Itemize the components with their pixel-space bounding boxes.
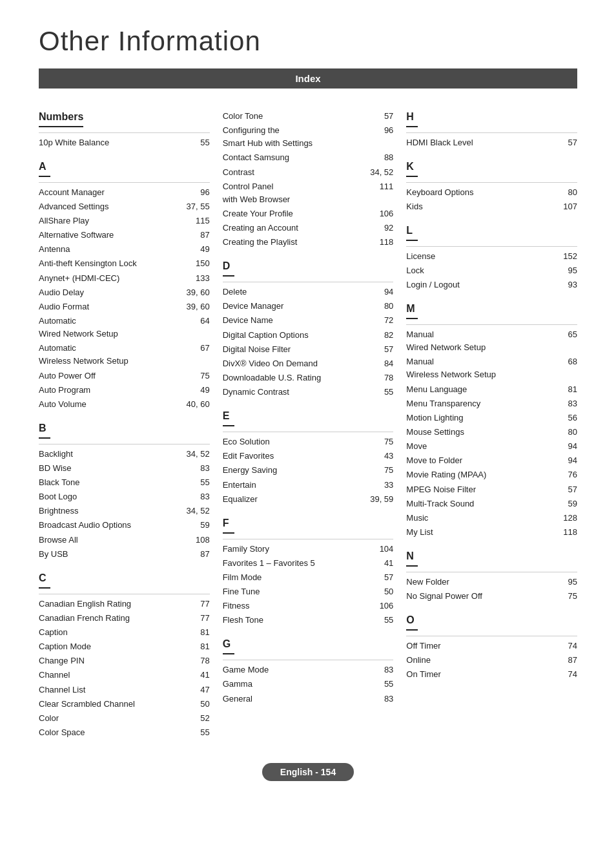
section-letter-O: O bbox=[406, 612, 418, 631]
index-entry: Boot Logo83 bbox=[39, 490, 210, 504]
index-entry: Login / Logout93 bbox=[406, 278, 577, 292]
entry-page: 87 bbox=[179, 548, 210, 561]
entry-term: Entertain bbox=[223, 479, 363, 492]
entry-term: Account Manager bbox=[39, 186, 179, 199]
index-entry: Audio Format39, 60 bbox=[39, 300, 210, 314]
section-letter-N: N bbox=[406, 548, 418, 567]
entry-page: 59 bbox=[179, 519, 210, 532]
entry-term: No Signal Power Off bbox=[406, 590, 546, 603]
entry-page: 106 bbox=[362, 600, 393, 612]
entry-term: Canadian French Rating bbox=[39, 612, 179, 625]
entry-page: 43 bbox=[362, 450, 393, 463]
index-entry: Account Manager96 bbox=[39, 185, 210, 200]
entry-term: AllShare Play bbox=[39, 214, 179, 227]
index-entry: Keyboard Options80 bbox=[406, 185, 577, 200]
index-entry: On Timer74 bbox=[406, 667, 577, 682]
entry-page: 40, 60 bbox=[179, 398, 210, 411]
entry-page: 72 bbox=[362, 314, 393, 327]
entry-term: Clear Scrambled Channel bbox=[39, 698, 179, 711]
entry-term: Lock bbox=[406, 264, 546, 277]
entry-page: 152 bbox=[546, 250, 577, 263]
index-entry: Family Story104 bbox=[223, 542, 394, 556]
entry-page: 115 bbox=[179, 214, 210, 227]
entry-page: 81 bbox=[179, 626, 210, 639]
entry-page: 39, 60 bbox=[179, 286, 210, 299]
index-entry: Auto Program49 bbox=[39, 383, 210, 397]
entry-page: 83 bbox=[362, 693, 393, 705]
index-entry: Menu Transparency83 bbox=[406, 397, 577, 411]
index-entry: AutomaticWireless Network Setup67 bbox=[39, 341, 210, 368]
entry-term: ManualWireless Network Setup bbox=[406, 355, 546, 381]
entry-term: Online bbox=[406, 654, 546, 667]
index-entry: Color Tone57 bbox=[223, 109, 394, 123]
entry-page: 150 bbox=[179, 257, 210, 270]
entry-page: 83 bbox=[362, 663, 393, 676]
index-entry: Kids107 bbox=[406, 200, 577, 214]
entry-term: Broadcast Audio Options bbox=[39, 519, 179, 532]
entry-term: HDMI Black Level bbox=[406, 136, 546, 149]
entry-term: Create Your Profile bbox=[223, 207, 363, 220]
entry-page: 75 bbox=[362, 464, 393, 477]
index-entry: Menu Language81 bbox=[406, 382, 577, 397]
entry-term: Motion Lighting bbox=[406, 412, 546, 424]
index-entry: Anti-theft Kensington Lock150 bbox=[39, 256, 210, 271]
section-letter-C: C bbox=[39, 570, 50, 589]
entry-term: Contact Samsung bbox=[223, 151, 363, 164]
index-entry: AllShare Play115 bbox=[39, 214, 210, 228]
entry-term: Brightness bbox=[39, 505, 179, 517]
entry-term: Creating the Playlist bbox=[223, 236, 363, 249]
entry-page: 41 bbox=[362, 557, 393, 570]
index-entry: By USB87 bbox=[39, 547, 210, 561]
entry-term: Gamma bbox=[223, 678, 363, 691]
entry-term: BD Wise bbox=[39, 462, 179, 475]
entry-page: 82 bbox=[362, 329, 393, 342]
index-entry: Black Tone55 bbox=[39, 475, 210, 490]
index-entry: Color Space55 bbox=[39, 726, 210, 740]
entry-term: Antenna bbox=[39, 243, 179, 256]
index-entry: Caption Mode81 bbox=[39, 640, 210, 654]
index-col-0: Numbers10p White Balance55AAccount Manag… bbox=[39, 100, 216, 740]
entry-page: 37, 55 bbox=[179, 200, 210, 213]
entry-term: 10p White Balance bbox=[39, 136, 179, 149]
entry-term: Audio Format bbox=[39, 300, 179, 313]
section-letter-M: M bbox=[406, 301, 418, 319]
entry-term: Digital Noise Filter bbox=[223, 343, 363, 356]
entry-term: Change PIN bbox=[39, 654, 179, 667]
index-entry: 10p White Balance55 bbox=[39, 136, 210, 150]
entry-term: Anynet+ (HDMI-CEC) bbox=[39, 272, 179, 285]
section-letter-H: H bbox=[406, 109, 418, 127]
index-entry: DivX® Video On Demand84 bbox=[223, 357, 394, 371]
index-entry: ManualWired Network Setup65 bbox=[406, 328, 577, 355]
index-entry: Clear Scrambled Channel50 bbox=[39, 697, 210, 711]
entry-term: Menu Language bbox=[406, 383, 546, 396]
entry-page: 111 bbox=[362, 180, 393, 193]
index-entry: Channel41 bbox=[39, 668, 210, 682]
entry-page: 96 bbox=[179, 186, 210, 199]
entry-term: Off Timer bbox=[406, 640, 546, 653]
index-entry: Auto Power Off75 bbox=[39, 369, 210, 383]
entry-page: 55 bbox=[179, 136, 210, 149]
entry-page: 81 bbox=[179, 640, 210, 653]
index-entry: Color52 bbox=[39, 711, 210, 726]
entry-term: On Timer bbox=[406, 668, 546, 681]
index-entry: Digital Noise Filter57 bbox=[223, 342, 394, 357]
entry-page: 87 bbox=[179, 229, 210, 242]
entry-term: Movie Rating (MPAA) bbox=[406, 468, 546, 481]
entry-term: Music bbox=[406, 512, 546, 525]
entry-page: 39, 60 bbox=[179, 300, 210, 313]
index-entry: Device Manager80 bbox=[223, 299, 394, 313]
index-entry: Gamma55 bbox=[223, 677, 394, 691]
index-entry: Game Mode83 bbox=[223, 663, 394, 677]
index-entry: Music128 bbox=[406, 511, 577, 525]
index-entry: Move94 bbox=[406, 439, 577, 454]
entry-page: 39, 59 bbox=[362, 493, 393, 506]
entry-term: Edit Favorites bbox=[223, 450, 363, 463]
index-entry: AutomaticWired Network Setup64 bbox=[39, 314, 210, 341]
entry-page: 34, 52 bbox=[179, 505, 210, 517]
entry-term: Login / Logout bbox=[406, 278, 546, 291]
page-title: Other Information bbox=[39, 26, 577, 57]
index-entry: BD Wise83 bbox=[39, 461, 210, 475]
entry-term: New Folder bbox=[406, 576, 546, 589]
index-entry: MPEG Noise Filter57 bbox=[406, 483, 577, 497]
index-entry: Alternative Software87 bbox=[39, 228, 210, 242]
